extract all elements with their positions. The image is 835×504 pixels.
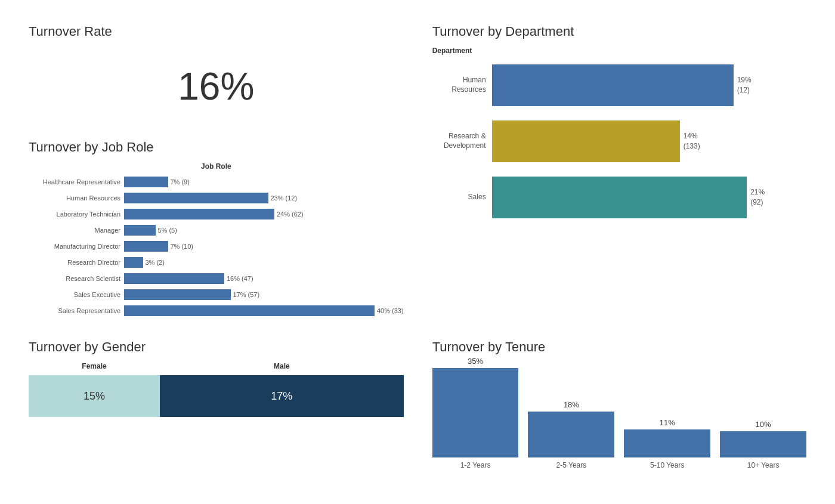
- department-panel: Turnover by Department Department Human …: [418, 14, 821, 330]
- bar-row: Laboratory Technician 24% (62): [29, 208, 404, 221]
- dept-bar-row: Research &Development 14%(133): [432, 120, 806, 162]
- job-role-title: Turnover by Job Role: [29, 140, 404, 155]
- female-value: 15%: [84, 390, 105, 403]
- bar-value: 3% (2): [146, 259, 165, 266]
- dept-bar-value: 19%(12): [737, 75, 752, 95]
- tenure-bar-rect: [528, 412, 614, 457]
- gender-title: Turnover by Gender: [29, 339, 404, 355]
- tenure-bar-group: 10% 10+ Years: [720, 420, 806, 469]
- bar-rect: [124, 193, 268, 203]
- tenure-pct: 35%: [468, 357, 483, 366]
- tenure-bar-group: 35% 1-2 Years: [432, 357, 519, 469]
- dept-label: Research &Development: [432, 132, 492, 150]
- bar-container: 16% (47): [124, 273, 404, 284]
- female-header: Female: [29, 362, 160, 370]
- bar-value: 24% (62): [277, 211, 304, 218]
- dept-bar-rect: [492, 120, 680, 162]
- bar-container: 5% (5): [124, 225, 404, 236]
- gender-panel: Turnover by Gender Female Male 15% 17%: [14, 330, 418, 479]
- bar-row: Manufacturing Director 7% (10): [29, 240, 404, 253]
- bar-row: Human Resources 23% (12): [29, 191, 404, 205]
- tenure-title: Turnover by Tenure: [432, 339, 806, 355]
- bar-row: Research Director 3% (2): [29, 256, 404, 269]
- department-chart: Human Resources 19%(12) Research &Develo…: [432, 64, 806, 218]
- bar-value: 7% (9): [171, 178, 190, 185]
- female-bar: 15%: [29, 375, 160, 417]
- job-role-axis-label: Job Role: [29, 162, 404, 171]
- dashboard: Turnover Rate 16% Turnover by Department…: [14, 14, 821, 479]
- tenure-xlabel: 10+ Years: [747, 461, 780, 469]
- bar-label: Research Director: [29, 259, 124, 266]
- bar-container: 7% (10): [124, 241, 404, 252]
- tenure-xlabel: 2-5 Years: [556, 461, 587, 469]
- male-bar: 17%: [160, 375, 404, 417]
- bar-label: Sales Representative: [29, 307, 124, 314]
- bar-rect: [124, 305, 375, 316]
- gender-header: Female Male: [29, 362, 404, 370]
- dept-bar-container: 19%(12): [492, 64, 806, 106]
- bar-label: Human Resources: [29, 194, 124, 202]
- dept-label: Human Resources: [432, 76, 492, 94]
- bar-value: 17% (57): [233, 291, 260, 298]
- tenure-xlabel: 1-2 Years: [460, 461, 491, 469]
- tenure-panel: Turnover by Tenure 35% 1-2 Years 18% 2-5…: [418, 330, 821, 479]
- department-axis-label: Department: [432, 47, 806, 55]
- dept-bar-container: 21%(92): [492, 177, 806, 218]
- bar-rect: [124, 177, 168, 187]
- bar-label: Research Scientist: [29, 275, 124, 282]
- tenure-bar-rect: [624, 429, 710, 457]
- tenure-chart: 35% 1-2 Years 18% 2-5 Years 11% 5-10 Yea…: [432, 362, 806, 469]
- dept-bar-value: 21%(92): [750, 187, 765, 208]
- turnover-rate-value: 16%: [29, 47, 404, 120]
- bar-container: 17% (57): [124, 289, 404, 300]
- turnover-rate-panel: Turnover Rate 16%: [14, 14, 418, 130]
- bar-rect: [124, 257, 143, 268]
- tenure-bar-rect: [720, 431, 806, 457]
- bar-value: 7% (10): [171, 243, 194, 250]
- bar-row: Sales Representative 40% (33): [29, 304, 404, 317]
- gender-chart: 15% 17%: [29, 375, 404, 417]
- bar-label: Manufacturing Director: [29, 243, 124, 250]
- bar-container: 7% (9): [124, 177, 404, 187]
- dept-bar-row: Sales 21%(92): [432, 177, 806, 218]
- bar-row: Research Scientist 16% (47): [29, 272, 404, 285]
- tenure-pct: 10%: [756, 420, 771, 429]
- tenure-pct: 18%: [564, 400, 579, 409]
- tenure-bar-group: 18% 2-5 Years: [528, 400, 614, 469]
- male-value: 17%: [271, 390, 292, 403]
- bar-container: 40% (33): [124, 305, 404, 316]
- turnover-rate-title: Turnover Rate: [29, 24, 404, 39]
- bar-value: 23% (12): [271, 194, 298, 202]
- bar-row: Healthcare Representative 7% (9): [29, 175, 404, 188]
- department-title: Turnover by Department: [432, 24, 806, 39]
- dept-bar-container: 14%(133): [492, 120, 806, 162]
- bar-label: Laboratory Technician: [29, 211, 124, 218]
- bar-value: 40% (33): [377, 307, 404, 314]
- bar-row: Manager 5% (5): [29, 224, 404, 237]
- bar-container: 23% (12): [124, 193, 404, 203]
- bar-container: 24% (62): [124, 209, 404, 219]
- tenure-pct: 11%: [660, 418, 675, 427]
- dept-bar-row: Human Resources 19%(12): [432, 64, 806, 106]
- bar-row: Sales Executive 17% (57): [29, 288, 404, 301]
- bar-container: 3% (2): [124, 257, 404, 268]
- dept-bar-value: 14%(133): [684, 131, 700, 151]
- job-role-bars: Healthcare Representative 7% (9) Human R…: [29, 175, 404, 317]
- bar-rect: [124, 273, 224, 284]
- bar-label: Healthcare Representative: [29, 178, 124, 185]
- bar-label: Sales Executive: [29, 291, 124, 298]
- bar-rect: [124, 241, 168, 252]
- bar-label: Manager: [29, 227, 124, 234]
- job-role-chart: Job Role Healthcare Representative 7% (9…: [29, 162, 404, 317]
- bar-value: 5% (5): [158, 227, 177, 234]
- dept-bar-rect: [492, 177, 747, 218]
- dept-label: Sales: [432, 193, 492, 202]
- job-role-panel: Turnover by Job Role Job Role Healthcare…: [14, 130, 418, 330]
- male-header: Male: [160, 362, 404, 370]
- tenure-xlabel: 5-10 Years: [650, 461, 684, 469]
- bar-value: 16% (47): [227, 275, 253, 282]
- dept-bar-rect: [492, 64, 734, 106]
- bar-rect: [124, 289, 231, 300]
- tenure-bar-group: 11% 5-10 Years: [624, 418, 710, 469]
- bar-rect: [124, 209, 274, 219]
